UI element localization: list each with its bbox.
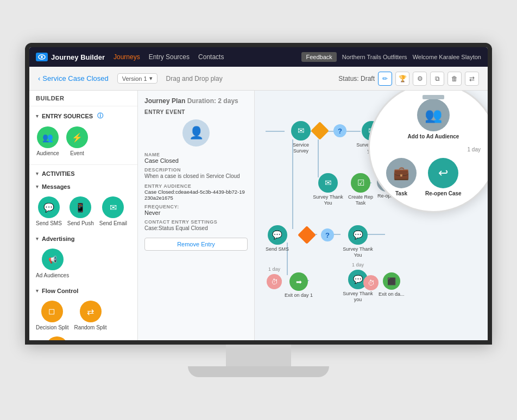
send-email-item[interactable]: ✉ Send Email [99, 196, 127, 227]
survey-thankyou3-label: Survey Thank You [342, 246, 374, 258]
messages-toggle[interactable]: ▾ Messages [29, 180, 137, 193]
split-diamond-3 [298, 226, 316, 244]
exit-day1-label: Exit on day 1 [285, 292, 313, 298]
more-button[interactable]: ⇄ [465, 72, 479, 86]
send-email-icon: ✉ [102, 196, 124, 218]
entry-sources-toggle[interactable]: ▾ ENTRY SOURCES ⓘ [29, 109, 137, 123]
entry-desc-row: DESCRIPTION When a case is closed in Ser… [144, 167, 248, 180]
task-icon: 💼 [386, 158, 417, 188]
entry-frequency-row: FREQUENCY: Never [144, 204, 248, 216]
flow-control-grid: ◇ Decision Split ⇄ Random Split ✦ Engage… [29, 297, 137, 340]
nav-contacts[interactable]: Contacts [198, 53, 224, 61]
app-logo: Journey Builder [36, 53, 105, 61]
survey-thankyou4-label: Survey Thank you [342, 291, 374, 303]
flow-control-toggle[interactable]: ▾ Flow Control [29, 284, 137, 297]
event-item[interactable]: ⚡ Event [65, 126, 89, 157]
settings-button[interactable]: ⚙ [413, 72, 427, 86]
timer-4-day-label: 1 day [268, 266, 280, 272]
event-icon: ⚡ [66, 126, 88, 148]
decision-node-1[interactable] [313, 124, 326, 137]
reopen-case-node[interactable]: ↩ Re-open Case [425, 158, 462, 196]
zoom-top-row: 👥 Add to Ad Audience [381, 99, 486, 139]
remove-entry-button[interactable]: Remove Entry [144, 238, 248, 251]
canvas-area[interactable]: ✉ Service Survey ? ✉ Survey Thank you [255, 91, 488, 340]
copy-button[interactable]: ⧉ [430, 72, 444, 86]
send-sms-canvas-label: Send SMS [266, 246, 289, 252]
survey-thankyou3-icon: 💬 [348, 225, 368, 245]
sidebar: Builder ▾ ENTRY SOURCES ⓘ 👥 Audience ⚡ E… [29, 91, 138, 340]
version-chevron-icon: ▾ [149, 75, 153, 82]
create-task-label: Create Rep Task [344, 194, 377, 206]
drag-drop-label: Drag and Drop play [166, 75, 223, 82]
send-sms-item[interactable]: 💬 Send SMS [36, 196, 62, 227]
survey-thankyou2-node[interactable]: ✉ Survey Thank You [312, 173, 344, 206]
nav-journeys[interactable]: Journeys [114, 53, 140, 61]
random-split-item[interactable]: ⇄ Random Split [74, 301, 107, 331]
monitor-stand-neck [226, 345, 291, 366]
nav-right: Feedback Northern Trails Outfitters Welc… [301, 52, 481, 62]
question-node-1[interactable]: ? [333, 124, 346, 137]
audience-icon: 👥 [37, 126, 59, 148]
send-sms-canvas-icon: 💬 [268, 225, 287, 245]
exit-on-day-label: Exit on da... [379, 291, 405, 297]
send-push-icon: 📱 [70, 196, 91, 218]
decision-diamond-1 [311, 122, 329, 140]
messages-toggle-arrow: ▾ [36, 184, 39, 189]
timer-2-day-label: 1 day [352, 262, 364, 268]
entry-event-label: ENTRY EVENT [144, 109, 248, 115]
exit-on-day-node[interactable]: ⬛ Exit on da... [379, 272, 405, 297]
sidebar-divider-1 [29, 106, 137, 106]
feedback-button[interactable]: Feedback [301, 52, 336, 62]
trophy-button[interactable]: 🏆 [395, 72, 409, 86]
content-area: Journey Plan Duration: 2 days ENTRY EVEN… [138, 91, 488, 340]
top-navigation: Journey Builder Journeys Entry Sources C… [29, 47, 488, 67]
send-sms-canvas-node[interactable]: 💬 Send SMS [266, 225, 289, 252]
entry-icon-container: 👤 [144, 119, 248, 147]
back-button[interactable]: ‹ Service Case Closed [38, 74, 109, 82]
activities-toggle-arrow: ▾ [36, 171, 39, 176]
advertising-toggle[interactable]: ▾ Advertising [29, 232, 137, 245]
survey-thankyou2-label: Survey Thank You [312, 194, 344, 206]
ad-audiences-item[interactable]: 📢 Ad Audiences [36, 249, 69, 279]
event-label: Event [70, 150, 84, 157]
nav-entry-sources[interactable]: Entry Sources [149, 53, 190, 61]
timer-node-4[interactable]: 1 day ⏱ [267, 274, 282, 289]
random-split-label: Random Split [74, 324, 107, 331]
activities-toggle[interactable]: ▾ ACTIVITIES [29, 167, 137, 180]
status-label: Status: Draft [338, 75, 375, 82]
timer-node-sub[interactable]: ⏱ [363, 275, 379, 290]
edit-button[interactable]: ✏ [378, 72, 392, 86]
decision-split-item[interactable]: ◇ Decision Split [36, 301, 69, 331]
delete-button[interactable]: 🗑 [447, 72, 462, 86]
timer-icon-sub: ⏱ [363, 275, 379, 290]
create-task-icon: ☑ [351, 173, 370, 193]
version-selector[interactable]: Version 1 ▾ [117, 73, 157, 84]
survey-thankyou3-node[interactable]: 💬 Survey Thank You [342, 225, 374, 258]
flow-toggle-arrow: ▾ [36, 288, 39, 294]
send-push-item[interactable]: 📱 Send Push [67, 196, 94, 227]
survey-label: Service Survey [285, 142, 317, 154]
entry-info-icon: ⓘ [97, 112, 103, 120]
question-icon-1: ? [333, 124, 346, 137]
svg-point-1 [41, 56, 43, 58]
zoom-content: 👥 Add to Ad Audience 1 day [370, 91, 488, 207]
page-title: Service Case Closed [42, 74, 108, 82]
service-survey-node[interactable]: ✉ Service Survey [285, 121, 317, 154]
welcome-user: Welcome Karalee Slayton [413, 54, 481, 60]
question-icon-3: ? [321, 228, 334, 241]
engagement-split-item[interactable]: ✦ Engagement Split [36, 336, 79, 340]
monitor-stand-base [188, 366, 329, 377]
page-header: ‹ Service Case Closed Version 1 ▾ Drag a… [29, 67, 488, 91]
random-split-icon: ⇄ [80, 301, 102, 322]
split-node-3[interactable] [300, 228, 313, 241]
entry-contact-row: CONTACT ENTRY SETTINGS Case:Status Equal… [144, 219, 248, 232]
audience-item[interactable]: 👥 Audience [36, 126, 60, 157]
exit-day1-node[interactable]: ➡ Exit on day 1 [285, 272, 313, 298]
timer-icon-4: ⏱ [267, 274, 282, 289]
entry-sources-grid: 👥 Audience ⚡ Event [29, 123, 137, 162]
add-ad-audience-node[interactable]: 👥 Add to Ad Audience [408, 99, 459, 139]
send-push-label: Send Push [67, 220, 94, 227]
entry-name-row: NAME Case Closed [144, 152, 248, 164]
task-node[interactable]: 💼 Task [386, 158, 417, 196]
question-node-3[interactable]: ? [321, 228, 334, 241]
